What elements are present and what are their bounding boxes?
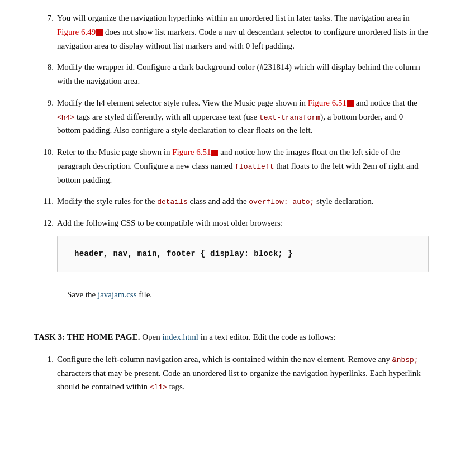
list-item: 8. Modify the wrapper id. Configure a da… [34,60,429,88]
code-block: header, nav, main, footer { display: blo… [57,236,429,272]
index-html-link[interactable]: index.html [162,332,198,341]
code-li: <li> [150,383,167,392]
task3-list: 1. Configure the left-column navigation … [34,353,429,394]
item-content: Modify the wrapper id. Configure a dark … [57,60,429,88]
item-content: Configure the left-column navigation are… [57,353,429,394]
item-number: 12. [34,216,57,280]
code-h4: <h4> [57,113,74,122]
save-instruction: Save the javajam.css file. [67,288,429,301]
code-details: details [157,198,188,206]
list-item: 11. Modify the style rules for the detai… [34,194,429,208]
item-number: 10. [34,145,57,187]
task3-label: TASK 3: THE HOME PAGE. [34,332,140,341]
javajam-css-link[interactable]: javajam.css [98,290,137,299]
code-block-line: header, nav, main, footer { display: blo… [74,247,411,260]
item-content: Add the following CSS to be compatible w… [57,216,429,280]
figure-icon [347,100,354,107]
list-item: 7. You will organize the navigation hype… [34,11,429,53]
item-number: 9. [34,96,57,137]
content-area: 7. You will organize the navigation hype… [34,11,429,394]
list-item: 12. Add the following CSS to be compatib… [34,216,429,280]
code-text-transform: text-transform [259,113,320,122]
task3-header: TASK 3: THE HOME PAGE. Open index.html i… [34,330,429,344]
list-item: 1. Configure the left-column navigation … [34,353,429,394]
item-number: 7. [34,11,57,53]
item-number: 11. [34,194,57,208]
item-content: You will organize the navigation hyperli… [57,11,429,53]
item-content: Modify the h4 element selector style rul… [57,96,429,137]
item-number: 8. [34,60,57,88]
list-item: 9. Modify the h4 element selector style … [34,96,429,137]
item-number: 1. [34,353,57,394]
figure-6-49-link[interactable]: Figure 6.49 [57,27,103,36]
figure-icon [211,150,218,156]
figure-6-51-link-a[interactable]: Figure 6.51 [308,98,354,107]
task3-intro: Open index.html in a text editor. Edit t… [140,332,335,341]
figure-6-51-link-b[interactable]: Figure 6.51 [172,147,218,156]
code-overflow: overflow: auto; [249,198,314,206]
figure-icon [96,29,103,36]
code-floatleft: floatleft [235,163,274,171]
item-content: Modify the style rules for the details c… [57,194,429,208]
main-list: 7. You will organize the navigation hype… [34,11,429,280]
code-nbsp: &nbsp; [392,356,419,364]
list-item: 10. Refer to the Music page shown in Fig… [34,145,429,187]
item-content: Refer to the Music page shown in Figure … [57,145,429,187]
